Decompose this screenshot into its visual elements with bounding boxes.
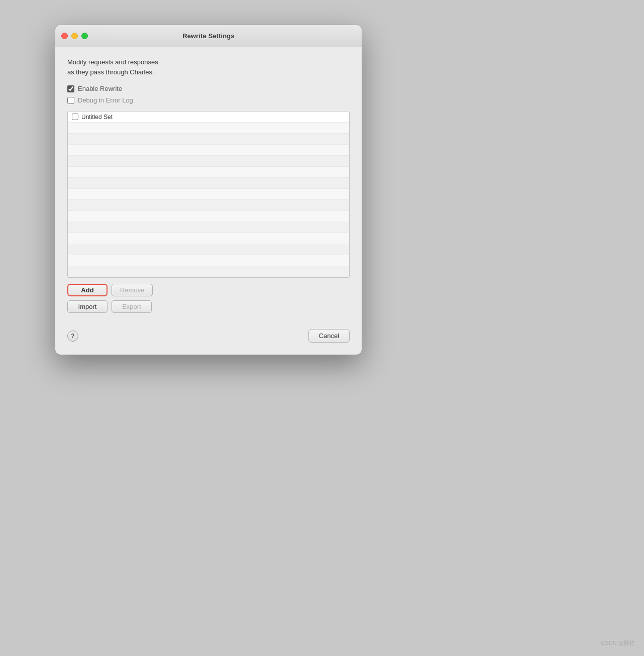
maximize-button[interactable] [81,33,88,39]
list-item[interactable] [68,266,349,277]
enable-rewrite-row[interactable]: Enable Rewrite [67,85,350,92]
cancel-button[interactable]: Cancel [308,329,350,343]
footer: ? Cancel [67,323,350,345]
title-bar: Rewrite Settings [55,25,362,47]
watermark: CSDN @酥炸 [601,639,635,647]
rewrite-settings-window: Rewrite Settings Modify requests and res… [55,25,362,355]
rewrite-sets-list: Untitled Set [67,111,350,278]
footer-action-buttons: Cancel [308,329,350,343]
import-export-buttons: Import Export [67,300,350,313]
list-item[interactable] [68,255,349,266]
import-button[interactable]: Import [67,300,108,313]
list-item[interactable] [68,189,349,200]
add-button[interactable]: Add [67,284,108,296]
list-item[interactable] [68,233,349,244]
list-item[interactable] [68,222,349,233]
list-item[interactable] [68,145,349,156]
enable-rewrite-label[interactable]: Enable Rewrite [78,85,122,92]
add-remove-buttons: Add Remove [67,284,350,296]
export-button[interactable]: Export [112,300,152,313]
minimize-button[interactable] [71,33,78,39]
list-item[interactable]: Untitled Set [68,112,349,123]
enable-rewrite-checkbox[interactable] [67,85,74,92]
list-item[interactable] [68,134,349,145]
list-item[interactable] [68,123,349,134]
help-button[interactable]: ? [67,331,78,342]
debug-error-log-row[interactable]: Debug in Error Log [67,96,350,104]
description-text: Modify requests and responses as they pa… [67,57,350,77]
close-button[interactable] [61,33,68,39]
window-title: Rewrite Settings [182,32,234,40]
list-item-checkbox[interactable] [72,114,78,120]
list-item[interactable] [68,156,349,167]
remove-button[interactable]: Remove [112,284,153,296]
debug-error-log-checkbox[interactable] [67,97,74,104]
debug-error-log-label[interactable]: Debug in Error Log [78,96,133,104]
list-item-label: Untitled Set [81,114,113,121]
list-item[interactable] [68,167,349,178]
desktop: Rewrite Settings Modify requests and res… [0,0,644,656]
list-item[interactable] [68,211,349,222]
list-item[interactable] [68,244,349,255]
list-item[interactable] [68,178,349,189]
traffic-lights [61,33,88,39]
list-item[interactable] [68,200,349,211]
window-content: Modify requests and responses as they pa… [55,47,362,355]
